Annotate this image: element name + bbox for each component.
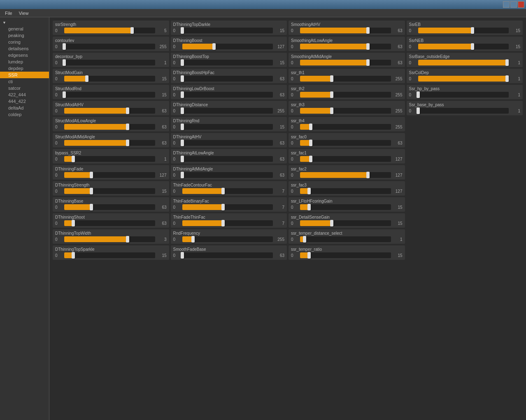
slider-thumb[interactable] xyxy=(72,252,75,259)
slider-thumb[interactable] xyxy=(126,107,129,114)
slider-thumb[interactable] xyxy=(181,252,184,259)
slider-thumb[interactable] xyxy=(63,91,66,98)
slider-track[interactable] xyxy=(64,204,155,210)
slider-thumb[interactable] xyxy=(330,220,333,226)
slider-track[interactable] xyxy=(182,220,273,226)
slider-thumb[interactable] xyxy=(417,91,420,98)
slider-track[interactable] xyxy=(300,204,391,210)
slider-thumb[interactable] xyxy=(212,43,216,50)
sidebar-item-deltaAd[interactable]: deltaAd xyxy=(0,105,49,111)
slider-thumb[interactable] xyxy=(181,75,184,82)
slider-track[interactable] xyxy=(300,60,391,65)
slider-track[interactable] xyxy=(300,156,391,162)
slider-track[interactable] xyxy=(182,252,273,258)
slider-thumb[interactable] xyxy=(366,27,370,34)
slider-thumb[interactable] xyxy=(181,91,184,98)
slider-thumb[interactable] xyxy=(126,236,129,243)
sidebar-item-lumdep[interactable]: lumdep xyxy=(0,58,49,65)
slider-track[interactable] xyxy=(182,188,273,194)
slider-thumb[interactable] xyxy=(417,107,420,114)
slider-thumb[interactable] xyxy=(181,124,184,130)
slider-track[interactable] xyxy=(64,252,155,258)
slider-thumb[interactable] xyxy=(126,140,129,146)
slider-thumb[interactable] xyxy=(471,43,474,50)
slider-track[interactable] xyxy=(64,172,155,178)
slider-track[interactable] xyxy=(64,220,155,226)
slider-thumb[interactable] xyxy=(85,75,88,82)
slider-track[interactable] xyxy=(182,60,273,65)
slider-thumb[interactable] xyxy=(221,220,225,226)
close-button[interactable] xyxy=(518,1,524,8)
slider-track[interactable] xyxy=(418,28,509,33)
slider-track[interactable] xyxy=(300,236,391,242)
sidebar-item-SSR[interactable]: SSR xyxy=(0,72,49,78)
slider-track[interactable] xyxy=(64,140,155,146)
slider-track[interactable] xyxy=(182,28,273,33)
slider-thumb[interactable] xyxy=(505,75,509,82)
slider-thumb[interactable] xyxy=(181,59,184,66)
slider-track[interactable] xyxy=(418,92,509,98)
slider-thumb[interactable] xyxy=(90,188,93,194)
slider-thumb[interactable] xyxy=(181,140,184,146)
slider-thumb[interactable] xyxy=(181,27,184,34)
sidebar-group-header[interactable]: ▼ xyxy=(0,20,49,26)
maximize-button[interactable] xyxy=(510,1,517,8)
sidebar-item-coring[interactable]: coring xyxy=(0,39,49,45)
sidebar-item-detailsens[interactable]: detailsens xyxy=(0,45,49,52)
slider-track[interactable] xyxy=(300,92,391,98)
slider-track[interactable] xyxy=(300,188,391,194)
sidebar-item-cti[interactable]: cti xyxy=(0,78,49,85)
slider-track[interactable] xyxy=(418,44,509,49)
sidebar-item-depdep[interactable]: depdep xyxy=(0,65,49,72)
slider-thumb[interactable] xyxy=(309,140,312,146)
slider-track[interactable] xyxy=(64,156,155,162)
sidebar-item-444_422[interactable]: 444_422 xyxy=(0,98,49,105)
sidebar-item-coldep[interactable]: coldep xyxy=(0,111,49,118)
slider-thumb[interactable] xyxy=(72,156,75,162)
slider-thumb[interactable] xyxy=(303,236,306,243)
slider-thumb[interactable] xyxy=(181,156,184,162)
slider-track[interactable] xyxy=(300,140,391,146)
slider-track[interactable] xyxy=(64,188,155,194)
slider-thumb[interactable] xyxy=(330,91,333,98)
sidebar-item-satcor[interactable]: satcor xyxy=(0,85,49,91)
slider-track[interactable] xyxy=(300,28,391,33)
sidebar-item-422_444[interactable]: 422_444 xyxy=(0,91,49,98)
slider-thumb[interactable] xyxy=(90,204,93,210)
slider-track[interactable] xyxy=(300,252,391,258)
slider-track[interactable] xyxy=(300,44,391,49)
slider-track[interactable] xyxy=(300,172,391,178)
slider-thumb[interactable] xyxy=(366,59,370,66)
slider-track[interactable] xyxy=(300,76,391,82)
slider-track[interactable] xyxy=(64,92,155,98)
slider-thumb[interactable] xyxy=(505,59,509,66)
slider-track[interactable] xyxy=(182,44,273,49)
slider-thumb[interactable] xyxy=(471,27,474,34)
slider-thumb[interactable] xyxy=(126,124,129,130)
sidebar-item-general[interactable]: general xyxy=(0,26,49,32)
slider-thumb[interactable] xyxy=(330,107,333,114)
slider-track[interactable] xyxy=(64,236,155,242)
slider-track[interactable] xyxy=(182,76,273,82)
slider-track[interactable] xyxy=(64,76,155,82)
slider-thumb[interactable] xyxy=(307,188,311,194)
slider-track[interactable] xyxy=(182,172,273,178)
slider-track[interactable] xyxy=(418,60,509,65)
slider-thumb[interactable] xyxy=(63,43,66,50)
slider-thumb[interactable] xyxy=(181,172,184,178)
slider-thumb[interactable] xyxy=(221,188,225,194)
slider-thumb[interactable] xyxy=(309,124,312,130)
file-menu[interactable]: File xyxy=(2,9,16,17)
slider-thumb[interactable] xyxy=(181,107,184,114)
slider-track[interactable] xyxy=(300,124,391,130)
slider-track[interactable] xyxy=(64,28,155,33)
slider-track[interactable] xyxy=(300,220,391,226)
slider-thumb[interactable] xyxy=(72,220,75,226)
slider-track[interactable] xyxy=(418,76,509,82)
slider-track[interactable] xyxy=(182,92,273,98)
slider-track[interactable] xyxy=(182,156,273,162)
sidebar-item-dirscale[interactable] xyxy=(0,118,49,119)
slider-thumb[interactable] xyxy=(330,75,333,82)
slider-thumb[interactable] xyxy=(130,27,134,34)
slider-thumb[interactable] xyxy=(307,204,311,210)
